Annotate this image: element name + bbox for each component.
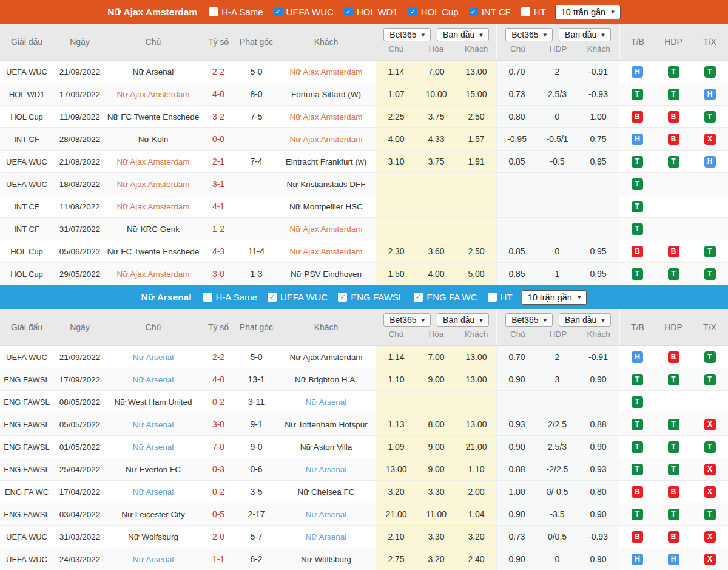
odds-hdp-line-cell: 2.5/3 <box>537 436 578 458</box>
filter-checkbox[interactable]: ✓ HOL WD1 <box>344 7 398 17</box>
match-row: ENG FAWSL 25/04/2022 Nữ Everton FC 0-3 0… <box>0 458 728 481</box>
odds-1x2-home-cell: 13.00 <box>376 458 416 480</box>
odds-hdp-away-cell: 0.90 <box>578 548 619 570</box>
result-tx-cell: X <box>692 413 728 435</box>
corners-cell: 6-2 <box>237 548 276 570</box>
filter-checkbox[interactable]: ✓ UEFA WUC <box>268 292 328 302</box>
checkbox-icon: ✓ <box>338 293 347 302</box>
result-hdp-cell: T <box>655 436 692 458</box>
home-team-cell: Nữ West Ham United <box>106 391 200 413</box>
result-badge: B <box>668 351 679 363</box>
odds-1x2-draw-cell: 9.00 <box>416 436 456 458</box>
bookmaker-value: Bet365 <box>511 315 538 325</box>
score-cell: 2-2 <box>200 61 237 83</box>
filter-checkbox[interactable]: ✓ HOL Cup <box>408 7 459 17</box>
filter-label: HOL Cup <box>421 7 459 17</box>
result-badge: B <box>632 111 643 123</box>
result-hdp-cell <box>655 391 692 413</box>
league-cell: UEFA WUC <box>0 548 53 570</box>
filter-checkbox[interactable]: ✓ H-A Same <box>209 7 263 17</box>
bookmaker-select-1x2[interactable]: Bet365 ▾ <box>383 313 431 327</box>
result-tb-cell: T <box>619 413 655 435</box>
result-badge: T <box>668 89 679 100</box>
odds-1x2-draw-cell: 3.75 <box>416 106 456 127</box>
check-icon: ✓ <box>471 8 476 16</box>
bookmaker-select-hdp[interactable]: Bet365 ▾ <box>505 313 553 327</box>
odds-hdp-line-cell: 0 <box>537 548 578 570</box>
result-badge: T <box>668 66 679 78</box>
date-cell: 24/03/2022 <box>53 548 106 570</box>
result-badge: T <box>668 374 679 385</box>
col-1x2-home: Chủ <box>376 44 416 53</box>
recent-matches-select[interactable]: 10 trận gần ▾ <box>522 290 587 305</box>
score-cell: 0-0 <box>200 128 237 150</box>
league-cell: UEFA WUC <box>0 151 53 172</box>
odds-hdp-away-cell: -0.91 <box>578 346 619 368</box>
odds-hdp-home-cell: 0.90 <box>496 503 537 525</box>
result-badge: B <box>632 246 643 257</box>
odds-1x2-draw-cell <box>416 195 456 217</box>
odds-hdp-line-cell <box>537 218 578 240</box>
col-result-hdp: HDP <box>655 24 692 60</box>
odds-1x2-draw-cell: 8.00 <box>416 413 456 435</box>
match-row: INT CF 28/08/2022 Nữ Koln 0-0 Nữ Ajax Am… <box>0 128 728 151</box>
away-team-cell: Nữ Ajax Amsterdam <box>276 218 376 240</box>
league-cell: ENG FAWSL <box>0 436 53 458</box>
match-row: ENG FAWSL 08/05/2022 Nữ West Ham United … <box>0 391 728 413</box>
col-hdp-home: Chủ <box>497 44 538 53</box>
result-hdp-cell: T <box>655 61 692 83</box>
score-cell: 3-0 <box>200 413 237 435</box>
home-team-cell: Nữ Arsenal <box>106 413 200 435</box>
home-team-cell: Nữ Ajax Amsterdam <box>106 195 200 217</box>
bookmaker-select-hdp[interactable]: Bet365 ▾ <box>505 28 553 41</box>
away-team-cell: Nữ Arsenal <box>276 503 376 525</box>
result-badge: H <box>704 89 716 100</box>
odds-1x2-group: Bet365 ▾ Ban đầu ▾ Chủ Hòa Khách <box>376 24 496 60</box>
odds-time-select-1x2[interactable]: Ban đầu ▾ <box>437 28 489 41</box>
odds-1x2-home-cell: 1.50 <box>376 263 416 285</box>
odds-1x2-home-cell: 3.10 <box>376 151 416 172</box>
odds-1x2-draw-cell: 3.30 <box>416 526 456 548</box>
odds-hdp-away-cell: 0.95 <box>578 151 619 172</box>
date-cell: 21/09/2022 <box>53 346 106 368</box>
filter-checkbox[interactable]: ✓ ENG FAWSL <box>338 292 403 302</box>
odds-hdp-home-cell: 0.90 <box>496 368 537 390</box>
filter-checkbox[interactable]: ✓ HT <box>521 7 546 17</box>
score-cell: 4-1 <box>200 195 237 217</box>
result-badge: T <box>668 464 679 475</box>
recent-matches-select[interactable]: 10 trận gần ▾ <box>555 5 621 19</box>
score-cell: 1-2 <box>200 218 237 240</box>
home-team-cell: Nữ Ajax Amsterdam <box>106 83 200 105</box>
league-cell: INT CF <box>0 128 53 150</box>
home-team-cell: Nữ Arsenal <box>106 481 200 503</box>
odds-time-select-hdp[interactable]: Ban đầu ▾ <box>559 28 611 41</box>
odds-1x2-draw-cell: 7.00 <box>416 61 456 83</box>
corners-cell <box>237 173 276 195</box>
away-team-cell: Nữ Arsenal <box>276 391 376 413</box>
date-cell: 08/05/2022 <box>53 391 106 413</box>
col-1x2-draw: Hòa <box>416 330 456 339</box>
filter-checkbox[interactable]: ✓ UEFA WUC <box>274 7 334 17</box>
corners-cell: 5-0 <box>237 61 276 83</box>
filter-checkbox[interactable]: ✓ INT CF <box>469 7 511 17</box>
filter-checkbox[interactable]: ✓ HT <box>488 292 513 302</box>
odds-1x2-home-cell: 4.00 <box>376 128 416 150</box>
bookmaker-select-1x2[interactable]: Bet365 ▾ <box>383 28 431 41</box>
result-badge: T <box>668 268 679 280</box>
filter-checkbox[interactable]: ✓ H-A Same <box>203 292 257 302</box>
filter-label: UEFA WUC <box>280 292 328 302</box>
result-badge: H <box>632 134 643 145</box>
col-hdp-away: Khách <box>578 44 619 53</box>
filter-checkbox[interactable]: ✓ ENG FA WC <box>414 292 477 302</box>
odds-hdp-home-cell: 0.70 <box>496 346 537 368</box>
result-badge: H <box>632 554 643 565</box>
result-badge: B <box>668 531 679 543</box>
odds-hdp-home-cell: 0.93 <box>496 413 537 435</box>
result-hdp-cell: B <box>655 240 692 262</box>
odds-1x2-away-cell: 2.40 <box>456 548 496 570</box>
col-date: Ngày <box>53 309 106 345</box>
odds-time-select-1x2[interactable]: Ban đầu ▾ <box>437 313 489 327</box>
check-icon: ✓ <box>346 8 351 16</box>
league-cell: UEFA WUC <box>0 61 53 83</box>
odds-time-select-hdp[interactable]: Ban đầu ▾ <box>559 313 611 327</box>
